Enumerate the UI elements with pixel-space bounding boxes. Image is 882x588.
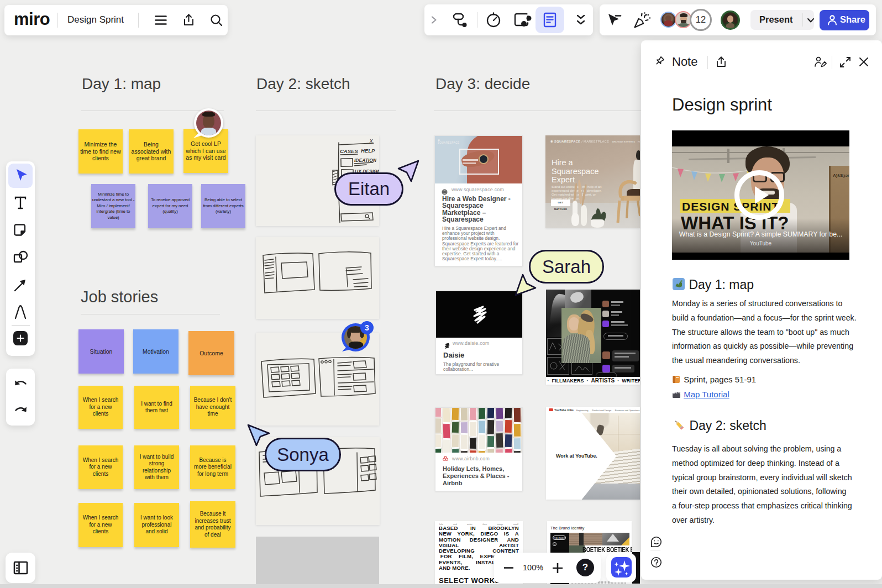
svg-text:x: x — [369, 137, 373, 144]
svg-text:IDEATION: IDEATION — [354, 158, 377, 163]
svg-text:HELP: HELP — [361, 148, 375, 154]
svg-text:CASES: CASES — [340, 148, 358, 154]
